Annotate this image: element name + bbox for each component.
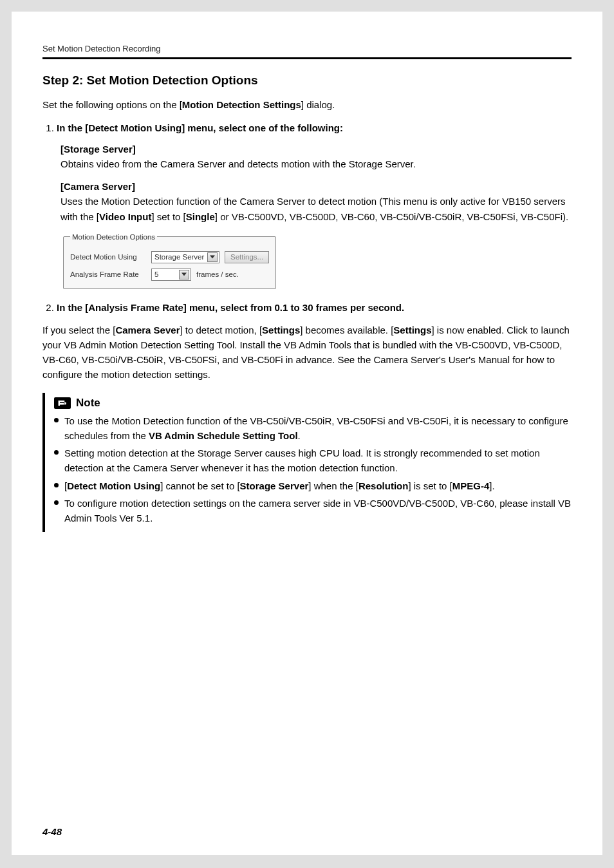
li2-pre: In the [ [57,302,88,313]
list-item-2: In the [Analysis Frame Rate] menu, selec… [57,301,572,315]
note-item-1: To use the Motion Detection function of … [54,413,572,444]
note-item-2: Setting motion detection at the Storage … [54,446,572,476]
n3-t2: ] cannot be set to [ [160,480,239,491]
n4-t1: To configure motion detection settings o… [64,498,571,524]
sub-camera-b1: Video Input [99,211,151,222]
ordered-list-1: In the [Detect Motion Using] menu, selec… [42,121,572,135]
n1-b1: VB Admin Schedule Setting Tool [149,430,298,441]
n1-t1: To use the Motion Detection function of … [64,415,568,441]
note-list: To use the Motion Detection function of … [54,413,572,526]
analysis-frame-rate-label: Analysis Frame Rate [70,270,146,278]
n2-t1: Setting motion detection at the Storage … [64,448,540,473]
intro-paragraph: Set the following options on the [Motion… [42,98,572,112]
note-item-3: [Detect Motion Using] cannot be set to [… [54,478,572,493]
detect-motion-label: Detect Motion Using [70,253,146,261]
para-b1: Camera Sever [115,325,180,335]
page-number: 4-48 [42,826,62,837]
sub-storage-body: Obtains video from the Camera Server and… [60,158,416,169]
sub-camera-server: [Camera Server] Uses the Motion Detectio… [60,179,572,224]
ordered-list-2: In the [Analysis Frame Rate] menu, selec… [42,301,572,315]
n3-t5: ]. [489,480,494,491]
li1-bold: Detect Motion Using [88,122,181,133]
n3-b1: Detect Motion Using [67,480,160,491]
intro-bold: Motion Detection Settings [182,99,301,110]
frames-per-sec-unit: frames / sec. [196,270,239,278]
para-t1: If you select the [ [42,325,115,335]
sub-camera-head: [Camera Server] [60,179,572,194]
document-page: Set Motion Detection Recording Step 2: S… [12,12,602,855]
note-item-4: To configure motion detection settings o… [54,496,572,526]
sub-camera-post: ] or VB-C500VD, VB-C500D, VB-C60, VB-C50… [215,211,568,222]
header-rule [42,57,572,59]
para-t3: ] becomes available. [ [300,325,393,335]
note-title: Note [76,397,100,410]
n3-t4: ] is set to [ [408,480,452,491]
intro-post: ] dialog. [301,99,335,110]
detect-motion-row: Detect Motion Using Storage Server Setti… [70,251,269,263]
detect-motion-select[interactable]: Storage Server [151,251,219,263]
n1-t2: . [298,430,301,441]
li2-post: ] menu, select from 0.1 to 30 frames per… [183,302,404,313]
li1-pre: In the [ [57,122,88,133]
n3-t3: ] when the [ [308,480,358,491]
analysis-frame-rate-row: Analysis Frame Rate 5 frames / sec. [70,269,269,281]
para-t2: ] to detect motion, [ [180,325,262,335]
sub-storage-head: [Storage Server] [60,142,572,156]
sub-storage-server: [Storage Server] Obtains video from the … [60,142,572,172]
note-box: Note To use the Motion Detection functio… [42,393,572,533]
para-b2: Settings [262,325,300,335]
svg-marker-1 [181,273,187,276]
li2-bold: Analysis Frame Rate [88,302,183,313]
detect-motion-value: Storage Server [154,253,205,261]
sub-camera-b2: Single [186,211,215,222]
list-item-1: In the [Detect Motion Using] menu, selec… [57,121,572,135]
analysis-frame-rate-value: 5 [154,270,176,278]
analysis-frame-rate-select[interactable]: 5 [151,269,191,281]
n3-b2: Storage Server [240,480,309,491]
sub-camera-mid: ] set to [ [151,211,185,222]
li1-post: ] menu, select one of the following: [181,122,343,133]
panel-legend: Motion Detection Options [70,233,157,241]
step-title: Step 2: Set Motion Detection Options [42,73,572,88]
intro-pre: Set the following options on the [ [42,99,182,110]
motion-detection-options-fieldset: Motion Detection Options Detect Motion U… [63,233,276,289]
n3-b4: MPEG-4 [452,480,490,491]
chevron-down-icon[interactable] [207,252,218,262]
settings-button[interactable]: Settings... [225,251,269,263]
n3-b3: Resolution [358,480,409,491]
motion-detection-options-panel: Motion Detection Options Detect Motion U… [62,233,274,289]
para-b3: Settings [393,325,431,335]
chevron-down-icon[interactable] [179,270,189,279]
note-header: Note [54,397,572,410]
running-head: Set Motion Detection Recording [42,44,572,53]
note-icon [54,397,71,409]
settings-paragraph: If you select the [Camera Sever] to dete… [42,323,572,382]
svg-marker-0 [210,256,215,259]
